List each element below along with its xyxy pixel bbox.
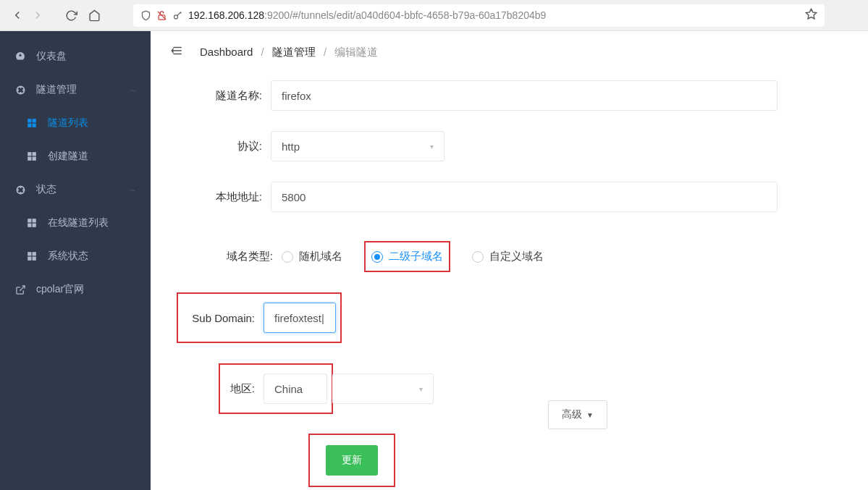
region-value: China [264, 373, 327, 404]
svg-rect-29 [33, 257, 36, 261]
svg-rect-10 [33, 119, 36, 122]
caret-down-icon: ▼ [586, 411, 594, 419]
svg-rect-11 [28, 124, 31, 127]
tunnel-name-input[interactable] [271, 80, 778, 111]
crumb-dashboard[interactable]: Dashboard [200, 46, 253, 58]
home-button[interactable] [84, 5, 104, 25]
forward-button[interactable] [28, 5, 48, 25]
svg-rect-13 [28, 152, 31, 156]
grid-icon [26, 118, 38, 128]
local-addr-input[interactable] [271, 182, 778, 212]
grid-icon [26, 151, 38, 161]
label-domain-type: 域名类型: [169, 250, 282, 263]
shield-icon [140, 10, 151, 21]
chevron-down-icon: ▾ [419, 385, 423, 393]
sidebar-item-label: 隧道列表 [48, 117, 88, 130]
svg-marker-3 [806, 9, 816, 18]
topbar: Dashboard / 隧道管理 / 编辑隧道 [169, 44, 849, 60]
svg-rect-23 [33, 219, 36, 222]
crumb-current: 编辑隧道 [334, 46, 378, 58]
sidebar-online-list[interactable]: 在线隧道列表 [0, 206, 151, 240]
svg-rect-22 [28, 219, 31, 222]
lock-slash-icon [156, 10, 167, 21]
sidebar-cpolar-link[interactable]: cpolar官网 [0, 273, 151, 306]
gauge-icon [14, 51, 26, 62]
browser-chrome: 192.168.206.128:9200/#/tunnels/edit/a040… [0, 0, 868, 31]
bookmark-star-icon[interactable] [805, 8, 817, 22]
svg-rect-16 [33, 157, 36, 161]
back-button[interactable] [7, 5, 28, 25]
key-icon [172, 10, 183, 21]
radio-custom[interactable]: 自定义域名 [472, 250, 544, 263]
svg-rect-26 [28, 252, 31, 255]
sidebar-tunnel-list[interactable]: 隧道列表 [0, 106, 151, 140]
chevron-up-icon: ︿ [129, 85, 136, 95]
update-button[interactable]: 更新 [326, 445, 378, 476]
sidebar-item-label: 仪表盘 [36, 50, 67, 63]
external-link-icon [14, 284, 26, 295]
sidebar: 仪表盘 隧道管理 ︿ 隧道列表 创建隧道 状态 ︿ 在线隧道列表 系统状态 [0, 31, 151, 490]
svg-rect-25 [33, 224, 36, 227]
sidebar-sys-status[interactable]: 系统状态 [0, 240, 151, 273]
url-bar[interactable]: 192.168.206.128:9200/#/tunnels/edit/a040… [133, 4, 825, 27]
sidebar-status[interactable]: 状态 ︿ [0, 173, 151, 206]
svg-rect-28 [28, 257, 31, 261]
main-content: Dashboard / 隧道管理 / 编辑隧道 隧道名称: 协议: http ▾… [151, 31, 868, 490]
grid-icon [26, 251, 38, 261]
label-protocol: 协议: [169, 140, 271, 153]
subdomain-input[interactable]: firefoxtest [264, 303, 336, 333]
svg-line-30 [20, 285, 25, 290]
sidebar-item-label: cpolar官网 [36, 283, 84, 296]
sidebar-item-label: 在线隧道列表 [48, 216, 109, 229]
svg-rect-24 [28, 224, 31, 227]
label-subdomain: Sub Domain: [182, 312, 264, 324]
svg-rect-9 [28, 119, 31, 122]
svg-rect-15 [28, 157, 31, 161]
label-tunnel-name: 隧道名称: [169, 89, 271, 103]
sidebar-item-label: 隧道管理 [36, 83, 77, 96]
sidebar-dashboard[interactable]: 仪表盘 [0, 40, 151, 73]
radio-subdomain[interactable]: 二级子域名 [371, 250, 443, 263]
protocol-value: http [282, 140, 300, 153]
breadcrumb: Dashboard / 隧道管理 / 编辑隧道 [200, 46, 378, 59]
label-local-addr: 本地地址: [169, 190, 271, 204]
grid-icon [26, 218, 38, 228]
svg-point-2 [174, 14, 178, 18]
circle-icon [14, 185, 26, 195]
chevron-up-icon: ︿ [129, 185, 136, 195]
sidebar-item-label: 系统状态 [48, 250, 88, 263]
circle-icon [14, 85, 26, 96]
crumb-tunnel-mgmt[interactable]: 隧道管理 [272, 46, 316, 58]
radio-random[interactable]: 随机域名 [282, 250, 342, 263]
protocol-select[interactable]: http ▾ [271, 131, 444, 161]
advanced-button[interactable]: 高级 ▼ [548, 400, 607, 429]
svg-rect-12 [33, 124, 36, 127]
svg-rect-14 [33, 152, 36, 156]
sidebar-item-label: 状态 [36, 183, 56, 196]
label-region: 地区: [224, 382, 264, 396]
menu-toggle-icon[interactable] [169, 44, 184, 60]
svg-rect-27 [33, 252, 36, 255]
sidebar-tunnel-create[interactable]: 创建隧道 [0, 140, 151, 173]
url-text: 192.168.206.128:9200/#/tunnels/edit/a040… [188, 9, 546, 21]
reload-button[interactable] [61, 5, 81, 25]
sidebar-item-label: 创建隧道 [48, 150, 88, 163]
domain-type-radio-group: 随机域名 二级子域名 自定义域名 [282, 241, 544, 272]
chevron-down-icon: ▾ [430, 143, 434, 151]
sidebar-tunnel-mgmt[interactable]: 隧道管理 ︿ [0, 73, 151, 106]
region-select[interactable]: ▾ [332, 373, 434, 404]
